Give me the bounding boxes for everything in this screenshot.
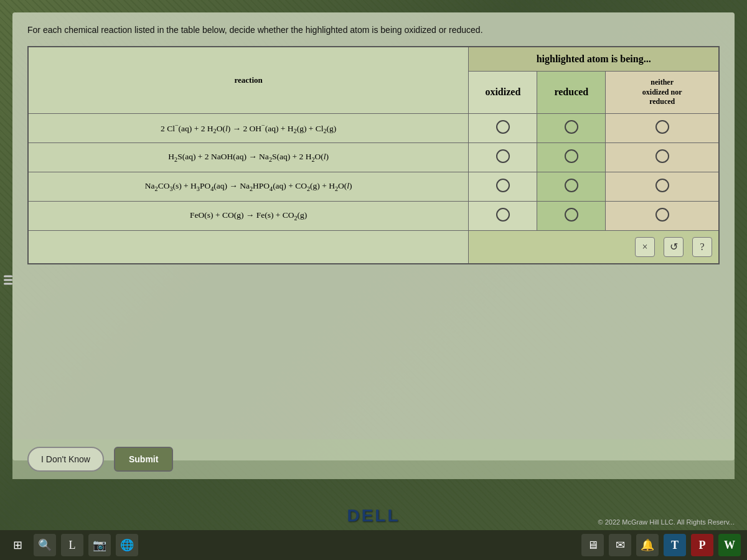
reaction-4-formula: FeO(s) + CO(g) → Fe(s) + CO2(g) <box>28 201 469 230</box>
taskbar-w-icon[interactable]: W <box>718 534 741 556</box>
taskbar-bell-icon[interactable]: 🔔 <box>636 534 659 556</box>
reaction-2-formula: H2S(aq) + 2 NaOH(aq) → Na2S(aq) + 2 H2O(… <box>28 142 469 172</box>
table-row: H2S(aq) + 2 NaOH(aq) → Na2S(aq) + 2 H2O(… <box>28 142 719 172</box>
reaction-4-neither-radio[interactable] <box>655 208 669 222</box>
reaction-1-neither-cell[interactable] <box>606 113 719 142</box>
reaction-2-neither-cell[interactable] <box>606 142 719 172</box>
taskbar-p-icon[interactable]: P <box>691 534 713 556</box>
table-row: Na2CO3(s) + H3PO4(aq) → Na2HPO4(aq) + CO… <box>28 172 719 201</box>
reaction-2-oxidized-cell[interactable] <box>469 142 537 172</box>
reaction-2-oxidized-radio[interactable] <box>496 149 510 163</box>
dell-logo: DELL <box>347 506 400 525</box>
reaction-column-header: reaction <box>28 47 469 113</box>
reaction-3-oxidized-cell[interactable] <box>469 172 537 201</box>
reaction-1-oxidized-cell[interactable] <box>469 113 537 142</box>
reaction-4-reduced-radio[interactable] <box>565 208 578 222</box>
reaction-4-oxidized-radio[interactable] <box>496 208 510 222</box>
sidebar-handle[interactable] <box>1 273 15 287</box>
reaction-1-reduced-radio[interactable] <box>565 120 578 134</box>
undo-button[interactable]: ↺ <box>664 237 684 257</box>
taskbar-browser-icon[interactable]: 🌐 <box>116 534 138 556</box>
taskbar-mail-icon[interactable]: ✉ <box>609 534 631 556</box>
taskbar: ⊞ 🔍 L 📷 🌐 🖥 ✉ 🔔 T P W <box>0 530 747 560</box>
reaction-4-oxidized-cell[interactable] <box>469 201 537 230</box>
taskbar-t-icon[interactable]: T <box>664 534 686 556</box>
reaction-3-reduced-radio[interactable] <box>565 179 578 192</box>
reaction-2-reduced-radio[interactable] <box>565 149 578 163</box>
submit-button[interactable]: Submit <box>114 447 173 472</box>
bottom-controls: I Don't Know Submit <box>12 439 735 479</box>
reaction-1-oxidized-radio[interactable] <box>496 120 510 134</box>
reactions-table: reaction highlighted atom is being... ox… <box>27 46 720 264</box>
reaction-2-reduced-cell[interactable] <box>537 142 606 172</box>
reaction-4-reduced-cell[interactable] <box>537 201 606 230</box>
reaction-4-neither-cell[interactable] <box>606 201 719 230</box>
reaction-2-neither-radio[interactable] <box>655 149 669 163</box>
reaction-3-neither-radio[interactable] <box>655 179 669 192</box>
reduced-column-header: reduced <box>537 72 606 114</box>
table-row: FeO(s) + CO(g) → Fe(s) + CO2(g) <box>28 201 719 230</box>
taskbar-monitor-icon[interactable]: 🖥 <box>581 534 604 556</box>
reaction-3-oxidized-radio[interactable] <box>496 179 510 192</box>
reaction-3-formula: Na2CO3(s) + H3PO4(aq) → Na2HPO4(aq) + CO… <box>28 172 469 201</box>
reaction-3-neither-cell[interactable] <box>606 172 719 201</box>
highlighted-group-header: highlighted atom is being... <box>469 47 719 72</box>
dont-know-button[interactable]: I Don't Know <box>27 447 104 472</box>
content-area: For each chemical reaction listed in the… <box>12 12 735 460</box>
taskbar-camera-icon[interactable]: 📷 <box>88 534 111 556</box>
instructions-text: For each chemical reaction listed in the… <box>27 25 720 35</box>
reaction-1-formula: 2 Cl−(aq) + 2 H2O(l) → 2 OH−(aq) + H2(g)… <box>28 113 469 142</box>
help-button[interactable]: ? <box>692 237 712 257</box>
table-row: 2 Cl−(aq) + 2 H2O(l) → 2 OH−(aq) + H2(g)… <box>28 113 719 142</box>
reaction-3-reduced-cell[interactable] <box>537 172 606 201</box>
clear-button[interactable]: × <box>635 237 655 257</box>
dell-logo-area: DELL <box>347 506 400 526</box>
copyright-text: © 2022 McGraw Hill LLC. All Rights Reser… <box>598 518 735 526</box>
action-row: × ↺ ? <box>28 230 719 264</box>
reaction-1-neither-radio[interactable] <box>655 120 669 134</box>
neither-column-header: neitheroxidized norreduced <box>606 72 719 114</box>
reaction-1-reduced-cell[interactable] <box>537 113 606 142</box>
search-taskbar-icon[interactable]: 🔍 <box>34 534 56 556</box>
oxidized-column-header: oxidized <box>469 72 537 114</box>
taskbar-icon-l[interactable]: L <box>61 534 83 556</box>
windows-start-button[interactable]: ⊞ <box>6 534 29 556</box>
